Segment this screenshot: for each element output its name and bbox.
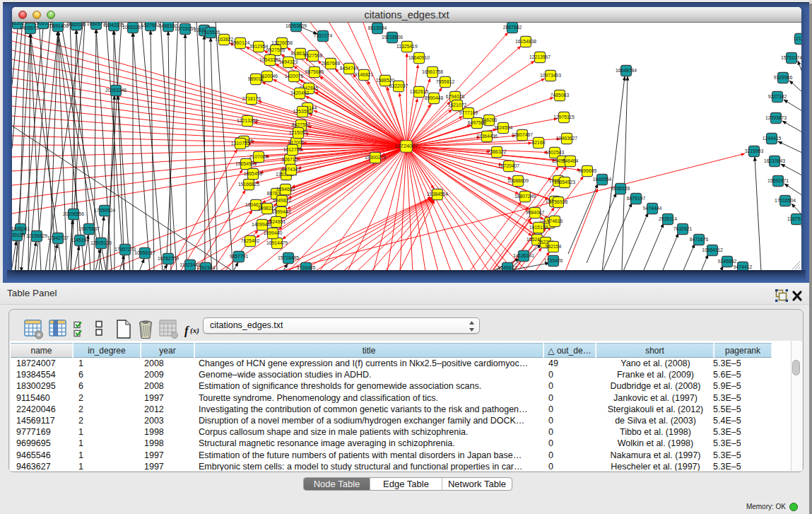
svg-text:12975115: 12975115	[553, 115, 575, 119]
svg-text:16648784: 16648784	[616, 68, 637, 73]
svg-text:7485063: 7485063	[551, 93, 570, 98]
svg-text:9245652: 9245652	[718, 259, 737, 264]
svg-text:9227342: 9227342	[768, 94, 787, 99]
svg-text:1588520: 1588520	[376, 78, 395, 83]
svg-text:12213369: 12213369	[237, 118, 258, 123]
svg-text:6497568: 6497568	[468, 120, 487, 125]
svg-text:11325419: 11325419	[396, 44, 418, 49]
svg-text:1524851: 1524851	[267, 219, 286, 224]
svg-text:2935114: 2935114	[659, 216, 677, 221]
svg-text:19463627: 19463627	[556, 136, 577, 141]
svg-text:1002543: 1002543	[546, 150, 565, 155]
svg-text:6794028: 6794028	[446, 94, 465, 99]
svg-text:8960124: 8960124	[231, 40, 250, 45]
svg-text:8813054: 8813054	[368, 25, 387, 30]
svg-text:16961758: 16961758	[422, 69, 443, 74]
svg-text:1099443: 1099443	[272, 209, 291, 214]
svg-text:17957273: 17957273	[114, 247, 136, 252]
svg-text:10973493: 10973493	[540, 73, 561, 78]
svg-text:18640910: 18640910	[408, 55, 430, 60]
svg-text:2867608: 2867608	[322, 61, 341, 66]
svg-text:21364436: 21364436	[476, 134, 498, 139]
svg-text:7625402: 7625402	[241, 238, 260, 243]
svg-text:1145194: 1145194	[71, 238, 89, 243]
svg-text:19975887: 19975887	[78, 226, 100, 231]
svg-text:1012755: 1012755	[283, 147, 302, 152]
svg-text:7955812: 7955812	[436, 79, 455, 84]
svg-text:946464: 946464	[563, 158, 579, 163]
svg-text:1362615: 1362615	[410, 89, 429, 94]
svg-text:1874343: 1874343	[282, 167, 301, 172]
svg-text:f: f	[184, 324, 190, 337]
svg-text:14136141: 14136141	[513, 253, 534, 258]
svg-text:16914479: 16914479	[266, 240, 288, 245]
svg-text:(x): (x)	[190, 326, 199, 335]
svg-text:9527505: 9527505	[266, 47, 286, 52]
svg-text:1865498: 1865498	[244, 171, 263, 176]
svg-text:16782759: 16782759	[158, 256, 179, 261]
svg-text:2887682: 2887682	[503, 25, 522, 30]
svg-text:8958928: 8958928	[611, 186, 630, 191]
svg-text:16053809: 16053809	[286, 23, 307, 28]
svg-text:19384554: 19384554	[427, 192, 448, 197]
svg-text:1615132: 1615132	[529, 225, 548, 230]
svg-text:17359924: 17359924	[94, 208, 115, 213]
svg-text:1049822: 1049822	[273, 198, 292, 203]
svg-text:18043375: 18043375	[103, 23, 124, 28]
svg-text:982154: 982154	[546, 244, 562, 249]
svg-text:19654985: 19654985	[235, 161, 257, 166]
svg-text:18720407: 18720407	[498, 163, 519, 168]
svg-text:20053346: 20053346	[105, 88, 126, 93]
svg-text:974616: 974616	[547, 218, 563, 223]
svg-text:1621072: 1621072	[448, 103, 467, 107]
svg-text:19654923: 19654923	[554, 180, 575, 185]
svg-text:16154838: 16154838	[515, 39, 536, 44]
svg-text:1215053: 1215053	[289, 130, 308, 135]
svg-text:12172: 12172	[794, 36, 801, 41]
svg-text:9857791: 9857791	[230, 254, 249, 259]
svg-text:9699695: 9699695	[578, 168, 597, 173]
svg-text:3624554: 3624554	[494, 125, 513, 130]
svg-text:7386322: 7386322	[488, 149, 507, 154]
svg-text:8990448: 8990448	[425, 95, 444, 100]
svg-text:19166825: 19166825	[238, 182, 259, 187]
svg-text:9146821: 9146821	[355, 72, 374, 77]
svg-text:20691406: 20691406	[47, 23, 69, 28]
svg-text:19218506: 19218506	[382, 35, 403, 40]
svg-text:9245632: 9245632	[498, 265, 517, 270]
svg-text:12505135: 12505135	[90, 240, 112, 245]
svg-text:8471676: 8471676	[690, 237, 709, 242]
svg-text:9062036: 9062036	[67, 22, 86, 27]
svg-text:10543382: 10543382	[259, 57, 281, 62]
svg-text:1099440: 1099440	[264, 230, 283, 235]
svg-text:826715: 826715	[282, 157, 298, 162]
svg-text:1310755: 1310755	[231, 141, 250, 146]
svg-text:9474444: 9474444	[643, 206, 662, 211]
svg-text:9527508: 9527508	[304, 53, 323, 58]
svg-text:2107006: 2107006	[249, 154, 269, 159]
svg-text:9474412: 9474412	[734, 264, 753, 269]
svg-text:16210643: 16210643	[764, 158, 785, 163]
svg-text:1640954: 1640954	[593, 177, 612, 182]
svg-text:7515526: 7515526	[201, 30, 220, 35]
svg-text:15692971: 15692971	[767, 178, 789, 183]
svg-text:1167534: 1167534	[787, 216, 801, 221]
svg-text:10654112: 10654112	[702, 247, 723, 252]
svg-text:1420076: 1420076	[285, 74, 304, 78]
svg-text:15751074: 15751074	[781, 55, 801, 60]
svg-text:20206556: 20206556	[63, 211, 84, 216]
svg-text:10688609: 10688609	[507, 178, 529, 183]
svg-text:10719155: 10719155	[175, 26, 196, 31]
svg-text:19300273: 19300273	[365, 155, 386, 160]
svg-text:12942737: 12942737	[47, 235, 69, 240]
svg-text:3215953: 3215953	[745, 148, 764, 153]
svg-text:9875685: 9875685	[305, 69, 324, 74]
svg-text:8322037: 8322037	[389, 83, 408, 88]
svg-text:12156829: 12156829	[26, 233, 47, 238]
svg-text:9084067: 9084067	[526, 210, 545, 215]
svg-text:1733426: 1733426	[544, 258, 563, 263]
svg-text:15716485: 15716485	[278, 255, 299, 260]
svg-text:18807249: 18807249	[514, 194, 536, 199]
svg-text:8454749: 8454749	[340, 66, 359, 71]
svg-text:2718176: 2718176	[242, 96, 261, 101]
